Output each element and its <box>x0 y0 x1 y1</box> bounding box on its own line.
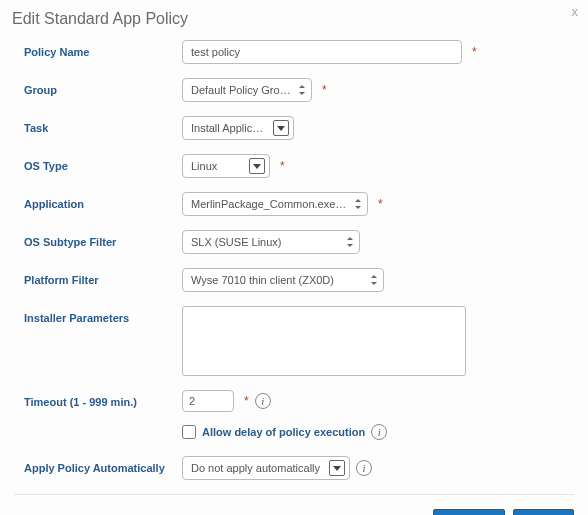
label-group: Group <box>24 78 182 96</box>
chevron-updown-icon <box>297 84 307 96</box>
info-icon[interactable]: i <box>255 393 271 409</box>
policy-name-input[interactable] <box>182 40 462 64</box>
label-os-type: OS Type <box>24 154 182 172</box>
chevron-updown-icon <box>369 274 379 286</box>
chevron-down-icon <box>273 120 289 136</box>
allow-delay-checkbox[interactable] <box>182 425 196 439</box>
cancel-button[interactable]: Cancel <box>433 509 504 515</box>
label-task: Task <box>24 116 182 134</box>
label-application: Application <box>24 192 182 210</box>
chevron-down-icon <box>249 158 265 174</box>
required-marker: * <box>322 83 327 97</box>
application-select-value: MerlinPackage_Common.exe (Loc <box>191 198 347 210</box>
label-timeout: Timeout (1 - 999 min.) <box>24 390 182 408</box>
dialog-title: Edit Standard App Policy <box>0 0 588 40</box>
platform-filter-select[interactable]: Wyse 7010 thin client (ZX0D) <box>182 268 384 292</box>
task-select-value: Install Application <box>191 122 267 134</box>
label-apply-auto: Apply Policy Automatically <box>24 456 182 474</box>
installer-params-textarea[interactable] <box>182 306 466 376</box>
chevron-updown-icon <box>353 198 363 210</box>
required-marker: * <box>472 45 477 59</box>
info-icon[interactable]: i <box>371 424 387 440</box>
apply-auto-select[interactable]: Do not apply automatically <box>182 456 350 480</box>
os-subtype-select[interactable]: SLX (SUSE Linux) <box>182 230 360 254</box>
group-select[interactable]: Default Policy Group <box>182 78 312 102</box>
os-subtype-select-value: SLX (SUSE Linux) <box>191 236 339 248</box>
os-type-select-value: Linux <box>191 160 243 172</box>
chevron-updown-icon <box>345 236 355 248</box>
group-select-value: Default Policy Group <box>191 84 291 96</box>
os-type-select[interactable]: Linux <box>182 154 270 178</box>
platform-filter-select-value: Wyse 7010 thin client (ZX0D) <box>191 274 363 286</box>
label-policy-name: Policy Name <box>24 40 182 58</box>
close-icon[interactable]: x <box>572 4 579 19</box>
save-button[interactable]: Save <box>513 509 574 515</box>
required-marker: * <box>378 197 383 211</box>
chevron-down-icon <box>329 460 345 476</box>
label-installer-params: Installer Parameters <box>24 306 182 324</box>
required-marker: * <box>280 159 285 173</box>
allow-delay-label: Allow delay of policy execution <box>202 426 365 438</box>
footer: Cancel Save <box>0 495 588 515</box>
task-select[interactable]: Install Application <box>182 116 294 140</box>
form: Policy Name * Group Default Policy Group… <box>0 40 588 480</box>
label-os-subtype: OS Subtype Filter <box>24 230 182 248</box>
apply-auto-select-value: Do not apply automatically <box>191 462 323 474</box>
timeout-input[interactable] <box>182 390 234 412</box>
required-marker: * <box>244 394 249 408</box>
info-icon[interactable]: i <box>356 460 372 476</box>
application-select[interactable]: MerlinPackage_Common.exe (Loc <box>182 192 368 216</box>
label-platform-filter: Platform Filter <box>24 268 182 286</box>
